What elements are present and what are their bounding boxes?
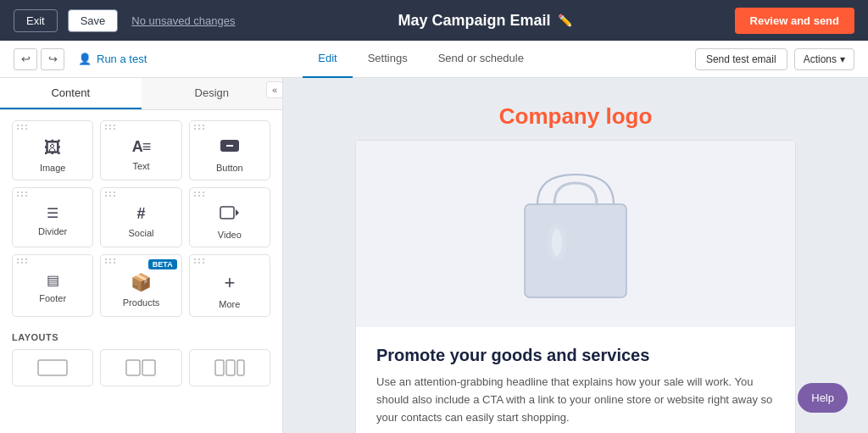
svg-rect-8 <box>226 360 235 375</box>
svg-rect-2 <box>220 207 234 219</box>
email-body: Promote your goods and services Use an a… <box>355 140 796 433</box>
send-test-email-button[interactable]: Send test email <box>695 48 787 70</box>
chevron-down-icon: ▾ <box>840 53 845 65</box>
drag-handle-divider <box>17 192 28 197</box>
layouts-grid <box>0 346 282 386</box>
content-grid: 🖼 Image A≡ Text <box>12 120 270 317</box>
drag-handle-products <box>105 258 116 264</box>
top-bar: Exit Save No unsaved changes May Campaig… <box>0 0 868 41</box>
content-grid-section: 🖼 Image A≡ Text <box>0 110 282 324</box>
tab-edit[interactable]: Edit <box>303 41 352 78</box>
grid-item-more[interactable]: + More <box>189 254 270 317</box>
tab-send-or-schedule[interactable]: Send or schedule <box>423 41 539 78</box>
grid-item-social[interactable]: # Social <box>100 187 181 247</box>
layout-item-1[interactable] <box>12 349 93 386</box>
left-panel: « Content Design 🖼 Image <box>0 78 283 433</box>
drag-handle-footer <box>17 258 28 264</box>
exit-button[interactable]: Exit <box>14 9 58 32</box>
main-tabs: Edit Settings Send or schedule <box>303 41 539 78</box>
beta-badge: BETA <box>148 259 177 269</box>
more-icon: + <box>224 272 235 294</box>
svg-marker-3 <box>236 209 239 216</box>
drag-handle-image <box>17 125 28 130</box>
company-logo: Company logo <box>355 103 796 130</box>
undo-redo-controls: ↩ ↪ <box>14 48 64 70</box>
grid-item-footer[interactable]: ▤ Footer <box>12 254 93 317</box>
secondary-bar-right: Send test email Actions ▾ <box>695 48 854 70</box>
text-icon: A≡ <box>132 138 151 156</box>
secondary-bar: ↩ ↪ 👤 Run a test Edit Settings Send or s… <box>0 41 868 78</box>
email-preview: Company logo <box>355 103 796 433</box>
svg-rect-4 <box>38 360 67 375</box>
button-icon <box>220 138 240 158</box>
svg-rect-6 <box>142 360 155 375</box>
layout-item-3[interactable] <box>189 349 270 386</box>
drag-handle-text <box>105 125 116 130</box>
layouts-section-title: LAYOUTS <box>0 324 282 346</box>
promo-text: Use an attention-grabbing headline that … <box>376 374 775 426</box>
footer-icon: ▤ <box>47 272 59 288</box>
drag-handle-video <box>194 192 205 197</box>
main-layout: « Content Design 🖼 Image <box>0 78 868 433</box>
edit-title-icon[interactable]: ✏️ <box>558 14 572 27</box>
grid-item-products[interactable]: BETA 📦 Products <box>100 254 181 317</box>
promo-title: Promote your goods and services <box>376 346 775 365</box>
svg-rect-7 <box>215 360 224 375</box>
products-icon: 📦 <box>131 272 152 292</box>
drag-handle-social <box>105 192 116 197</box>
save-button[interactable]: Save <box>68 9 119 32</box>
video-icon <box>220 205 240 225</box>
help-button[interactable]: Help <box>798 383 848 413</box>
no-unsaved-changes[interactable]: No unsaved changes <box>131 14 235 27</box>
drag-handle-button <box>194 125 205 130</box>
shopping-bag-illustration <box>508 158 643 310</box>
collapse-panel-button[interactable]: « <box>266 81 283 98</box>
drag-handle-more <box>194 258 205 264</box>
svg-rect-9 <box>237 360 244 375</box>
tab-design[interactable]: Design <box>142 78 283 109</box>
image-icon: 🖼 <box>44 138 61 158</box>
shopping-bag-section <box>356 141 795 327</box>
grid-item-divider[interactable]: ☰ Divider <box>12 187 93 247</box>
actions-button[interactable]: Actions ▾ <box>794 48 854 70</box>
person-icon: 👤 <box>78 53 92 65</box>
grid-item-video[interactable]: Video <box>189 187 270 247</box>
layout-item-2[interactable] <box>100 349 181 386</box>
svg-point-12 <box>552 229 562 256</box>
svg-rect-10 <box>525 204 626 297</box>
tab-settings[interactable]: Settings <box>353 41 423 78</box>
email-preview-area: Company logo <box>283 78 868 433</box>
svg-rect-5 <box>126 360 140 375</box>
review-and-send-button[interactable]: Review and send <box>735 8 854 34</box>
undo-button[interactable]: ↩ <box>14 48 37 70</box>
grid-item-image[interactable]: 🖼 Image <box>12 120 93 180</box>
promo-section: Promote your goods and services Use an a… <box>356 327 795 433</box>
redo-button[interactable]: ↪ <box>41 48 64 70</box>
campaign-title: May Campaign Email ✏️ <box>245 12 724 30</box>
grid-item-button[interactable]: Button <box>189 120 270 180</box>
panel-tabs: Content Design <box>0 78 282 110</box>
tab-content[interactable]: Content <box>0 78 142 109</box>
run-test-link[interactable]: 👤 Run a test <box>78 53 147 65</box>
divider-icon: ☰ <box>47 205 58 221</box>
grid-item-text[interactable]: A≡ Text <box>100 120 181 180</box>
social-icon: # <box>136 205 145 223</box>
